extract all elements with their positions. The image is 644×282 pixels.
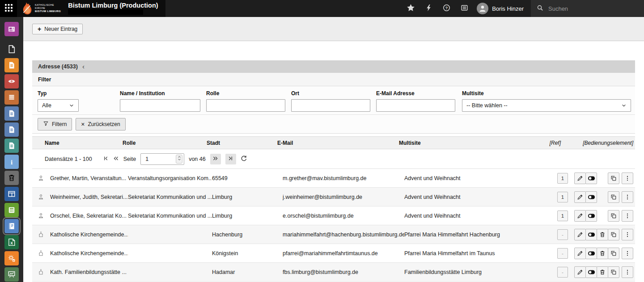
first-page-icon: [103, 156, 109, 163]
more-options-button[interactable]: [622, 173, 633, 184]
hide-toggle-button[interactable]: [585, 229, 597, 240]
copy-button[interactable]: [608, 173, 619, 184]
filter-input-2[interactable]: [206, 99, 285, 112]
sidebar-item-doc-teal[interactable]: [4, 139, 19, 153]
sidebar-item-forms[interactable]: [4, 203, 19, 217]
row-multisite: Familienbildungsstätte Limburg: [404, 269, 542, 275]
site-title-block: Bistum Limburg (Production): [68, 0, 158, 17]
references-count-button[interactable]: 1: [557, 173, 568, 184]
row-name-link[interactable]: Weinheimer, Judith, Sekretari...: [50, 194, 128, 200]
more-options-button[interactable]: [622, 191, 633, 203]
references-count-button[interactable]: -: [557, 267, 568, 278]
hide-toggle-button[interactable]: [585, 248, 597, 259]
sidebar-item-doc-blue-1[interactable]: [4, 106, 19, 121]
filter-select-5[interactable]: -- Bitte wählen --: [462, 99, 631, 112]
sidebar-item-template[interactable]: [4, 187, 19, 201]
column-header-ref: [Ref]: [535, 140, 567, 146]
sidebar-item-info[interactable]: i: [4, 155, 19, 169]
action-spacer: [597, 210, 608, 222]
more-options-button[interactable]: [622, 248, 633, 259]
hide-toggle-button[interactable]: [585, 266, 597, 278]
references-count-button[interactable]: 1: [557, 192, 568, 202]
new-entry-button[interactable]: + Neuer Eintrag: [32, 24, 83, 34]
sidebar-item-records[interactable]: [4, 90, 19, 105]
filter-select-0[interactable]: Alle: [38, 99, 79, 112]
last-page-button[interactable]: [225, 154, 236, 164]
hide-toggle-button[interactable]: [585, 210, 597, 222]
previous-page-button[interactable]: [113, 156, 119, 163]
row-actions: [574, 210, 633, 222]
delete-button[interactable]: [597, 229, 608, 240]
row-name-link[interactable]: Orschel, Elke, Sekretariat Ko...: [50, 213, 128, 219]
refresh-button[interactable]: [241, 155, 247, 163]
sidebar-item-page[interactable]: [4, 42, 19, 56]
topbar-search: [531, 0, 644, 17]
help-button[interactable]: ?: [437, 0, 455, 17]
x-icon: ×: [81, 121, 85, 127]
row-name-link[interactable]: Katholische Kirchengemeinde...: [50, 231, 128, 238]
table-row: Orschel, Elke, Sekretariat Ko...Sekretar…: [32, 206, 635, 225]
copy-button[interactable]: [608, 191, 619, 203]
delete-button[interactable]: [597, 248, 608, 259]
filter-input-4[interactable]: [376, 99, 455, 112]
sidebar-item-file-orange[interactable]: [4, 58, 19, 72]
search-input[interactable]: [547, 5, 638, 13]
row-name-link[interactable]: Kath. Familienbildungsstätte ...: [50, 269, 128, 275]
filter-reset-button[interactable]: × Zurücksetzen: [76, 118, 125, 130]
row-name-link[interactable]: Grether, Martin, Veranstaltun...: [50, 175, 128, 181]
sidebar-item-scheduler[interactable]: [4, 251, 19, 265]
filter-submit-button[interactable]: Filtern: [38, 118, 72, 130]
flush-cache-button[interactable]: [419, 0, 437, 17]
sidebar-item-view[interactable]: [4, 74, 19, 88]
column-header-controls: [Bedienungselement]: [567, 140, 633, 146]
more-options-button[interactable]: [622, 266, 633, 278]
edit-button[interactable]: [574, 229, 586, 240]
row-actions: [574, 266, 633, 278]
copy-button[interactable]: [608, 248, 619, 259]
first-page-button[interactable]: [103, 156, 109, 163]
edit-button[interactable]: [574, 191, 586, 203]
apps-menu-button[interactable]: [0, 0, 17, 17]
user-menu[interactable]: Boris Hinzer: [473, 3, 531, 14]
filter-field-label: Name / Institution: [120, 90, 200, 97]
sidebar-item-export-excel[interactable]: X: [4, 235, 19, 249]
more-options-button[interactable]: [622, 229, 633, 240]
references-count-button[interactable]: -: [557, 229, 568, 240]
copy-button[interactable]: [608, 210, 619, 222]
sidebar-item-recycler[interactable]: [4, 171, 19, 185]
organization-icon: [38, 250, 50, 257]
svg-text:i: i: [11, 159, 13, 166]
page-number-stepper[interactable]: [176, 155, 182, 164]
edit-button[interactable]: [574, 173, 586, 184]
hide-toggle-button[interactable]: [585, 191, 597, 203]
sidebar-item-reports[interactable]: [4, 267, 19, 282]
references-count-button[interactable]: -: [557, 248, 568, 259]
delete-button[interactable]: [597, 266, 608, 278]
filter-input-1[interactable]: [120, 99, 200, 112]
edit-button[interactable]: [574, 266, 586, 278]
column-header-stadt: Stadt: [207, 140, 277, 146]
filter-input-3[interactable]: [291, 99, 370, 112]
references-count-button[interactable]: 1: [557, 210, 568, 221]
more-options-button[interactable]: [622, 210, 633, 222]
copy-button[interactable]: [608, 229, 619, 240]
edit-button[interactable]: [574, 210, 586, 222]
topbar-tools: ? Boris Hinzer: [402, 0, 531, 17]
edit-button[interactable]: [574, 248, 586, 259]
hide-toggle-button[interactable]: [585, 173, 597, 184]
sidebar-item-list[interactable]: [4, 219, 19, 233]
topbar: KATHOLISCHE KIRCHE BISTUM LIMBURG Bistum…: [0, 0, 644, 17]
page-number-input[interactable]: [144, 156, 171, 163]
sidebar-item-content[interactable]: [4, 22, 19, 36]
system-information-button[interactable]: [455, 0, 473, 17]
last-page-icon: [228, 156, 233, 163]
content-area: + Neuer Eintrag Adresse (4533) ‹ Filter …: [23, 17, 644, 282]
collapse-panel-button[interactable]: ‹: [82, 63, 85, 70]
funnel-icon: [43, 121, 49, 128]
row-name-link[interactable]: Katholische Kirchengemeinde...: [50, 250, 128, 257]
row-stadt: Limburg: [212, 213, 283, 219]
bookmarks-button[interactable]: [402, 0, 419, 17]
next-page-button[interactable]: [210, 154, 221, 164]
copy-button[interactable]: [608, 266, 619, 278]
sidebar-item-doc-blue-2[interactable]: [4, 122, 19, 137]
